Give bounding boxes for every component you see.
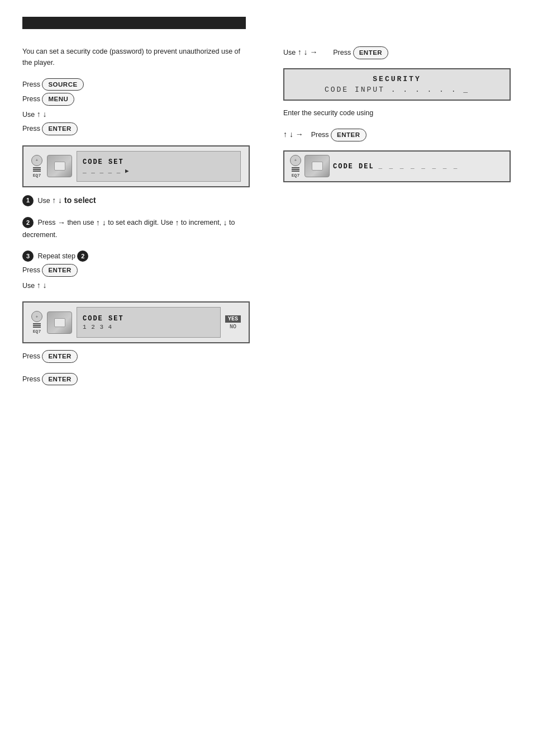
no-label: NO [230, 324, 236, 330]
right-arrows-top-text: Use ↑ ↓ → Press ENTER [283, 46, 511, 59]
up-down-arrows-step2: ↑ ↓ [96, 218, 106, 227]
menu-instruction: Press MENU [22, 93, 250, 105]
enter-button-4[interactable]: ENTER [42, 373, 77, 385]
menu-bar-2b [33, 325, 41, 326]
step-1-text: 1 Use ↑ ↓ to select [22, 194, 250, 207]
menu-bars-icon-del [292, 167, 299, 172]
intro-text-block: You can set a security code (password) t… [22, 46, 250, 68]
step-num-2: 2 [22, 217, 34, 228]
yes-label: YES [225, 315, 241, 323]
menu-bar-da [292, 167, 299, 168]
eq-label-2: EQ7 [33, 329, 41, 334]
step-num-1: 1 [22, 195, 34, 206]
step-3-block: 3 Repeat step 2 Press ENTER Use ↑ ↓ [22, 251, 250, 291]
enter-button-mid[interactable]: ENTER [331, 129, 366, 141]
menu-button[interactable]: MENU [42, 93, 74, 105]
screen-sub-1: _ _ _ _ _ ▶ [83, 167, 235, 174]
device-icon-2 [47, 311, 72, 334]
control-icon-del: + [290, 155, 301, 166]
eq-label-1: EQ7 [33, 173, 41, 178]
step-num-3: 3 [22, 251, 34, 262]
enter-button-1[interactable]: ENTER [42, 122, 77, 135]
device-icon-del [304, 155, 330, 177]
screen-header-1: CODE SET [83, 158, 235, 166]
source-instruction: Press SOURCE [22, 78, 250, 91]
screen-inner-2: CODE SET 1 2 3 4 [77, 307, 221, 338]
enter-instruction-2: Press ENTER [22, 264, 250, 276]
screen-left-panel-2: + EQ7 [31, 311, 42, 334]
up-down-arrows-1: ↑ ↓ [37, 110, 47, 119]
menu-bars-icon-2 [33, 323, 41, 328]
right-step-1-block: Enter the security code using [283, 107, 511, 119]
security-display-code: CODE INPUT . . . . . . _ [293, 86, 501, 94]
down-arrow-step2: ↓ [223, 218, 227, 227]
enter-instruction-3: Press ENTER [22, 350, 250, 362]
up-down-arrows-step1: ↑ ↓ to select [52, 196, 96, 205]
menu-bar-db [292, 169, 299, 170]
device-icon-1 [47, 155, 72, 177]
menu-bar-dc [292, 171, 299, 172]
eq-label-del: EQ7 [292, 173, 299, 178]
up-arrow-step2: ↑ [175, 218, 179, 227]
enter-instruction-1: Press ENTER [22, 122, 250, 135]
up-down-right-arrows-top: ↑ ↓ → [298, 48, 318, 56]
control-icon: + [31, 155, 42, 166]
step-1-block: 1 Use ↑ ↓ to select [22, 194, 250, 207]
right-arrows-mid-text: ↑ ↓ → Press ENTER [283, 128, 511, 141]
enter-button-2[interactable]: ENTER [42, 264, 77, 276]
enter-4-block: Press ENTER [22, 373, 250, 385]
screen-left-panel-del: + EQ7 [290, 155, 301, 178]
screen-code-set-1: + EQ7 CODE SET _ _ _ _ _ ▶ [22, 145, 250, 187]
menu-bar-3 [33, 171, 41, 172]
step-3-ref-num: 2 [77, 251, 88, 262]
enter-instruction-4: Press ENTER [22, 373, 250, 385]
menu-bar-2 [33, 169, 41, 170]
step-2-block: 2 Press → then use ↑ ↓ to set each digit… [22, 216, 250, 240]
page: You can set a security code (password) t… [0, 0, 533, 756]
arrows-instruction-1: Use ↑ ↓ [22, 108, 250, 120]
screen-header-2: CODE SET [83, 315, 215, 323]
screen-code-del: + EQ7 CODE DEL _ _ _ _ _ _ _ _ [283, 150, 511, 182]
enter-3-block: Press ENTER [22, 350, 250, 362]
left-column: You can set a security code (password) t… [22, 46, 255, 395]
right-column: Use ↑ ↓ → Press ENTER SECURITY CODE INPU… [278, 46, 511, 395]
right-step-1-text: Enter the security code using [283, 107, 511, 119]
right-arrow-step2: → [58, 218, 65, 227]
screen-dots-del: _ _ _ _ _ _ _ _ [378, 163, 459, 170]
arrows-confirm-text: Use ↑ ↓ [22, 279, 250, 291]
menu-bar-2a [33, 323, 41, 324]
security-code-display: SECURITY CODE INPUT . . . . . . _ [283, 68, 511, 101]
step-source-block: Press SOURCE Press MENU Use ↑ ↓ Press EN… [22, 78, 250, 135]
right-arrows-top-block: Use ↑ ↓ → Press ENTER [283, 46, 511, 59]
step-3-text: 3 Repeat step 2 [22, 251, 250, 262]
screen-left-panel-1: + EQ7 [31, 155, 42, 178]
yes-no-area: YES NO [225, 315, 241, 330]
enter-button-top[interactable]: ENTER [353, 46, 388, 59]
screen-inner-del: CODE DEL _ _ _ _ _ _ _ _ [333, 162, 459, 171]
screen-code-value: 1 2 3 4 [83, 324, 215, 330]
enter-button-3[interactable]: ENTER [42, 350, 77, 362]
control-icon-2: + [31, 311, 42, 322]
screen-inner-1: CODE SET _ _ _ _ _ ▶ [77, 151, 241, 182]
content-columns: You can set a security code (password) t… [22, 46, 511, 395]
menu-bars-icon [33, 167, 41, 172]
up-down-right-arrows-mid: ↑ ↓ → [283, 130, 303, 139]
step-2-text: 2 Press → then use ↑ ↓ to set each digit… [22, 216, 250, 240]
source-button[interactable]: SOURCE [42, 78, 83, 91]
menu-bar-1 [33, 167, 41, 168]
screen-header-del: CODE DEL [333, 163, 374, 171]
intro-text: You can set a security code (password) t… [22, 46, 250, 68]
right-arrows-mid-block: ↑ ↓ → Press ENTER [283, 128, 511, 141]
menu-bar-2c [33, 327, 41, 328]
title-bar [22, 17, 246, 29]
screen-code-set-2: + EQ7 CODE SET 1 2 3 4 YES NO [22, 301, 250, 343]
security-display-title: SECURITY [293, 75, 501, 83]
step-3-ref-text: Repeat step [37, 252, 75, 260]
up-down-arrows-confirm: ↑ ↓ [37, 281, 47, 290]
